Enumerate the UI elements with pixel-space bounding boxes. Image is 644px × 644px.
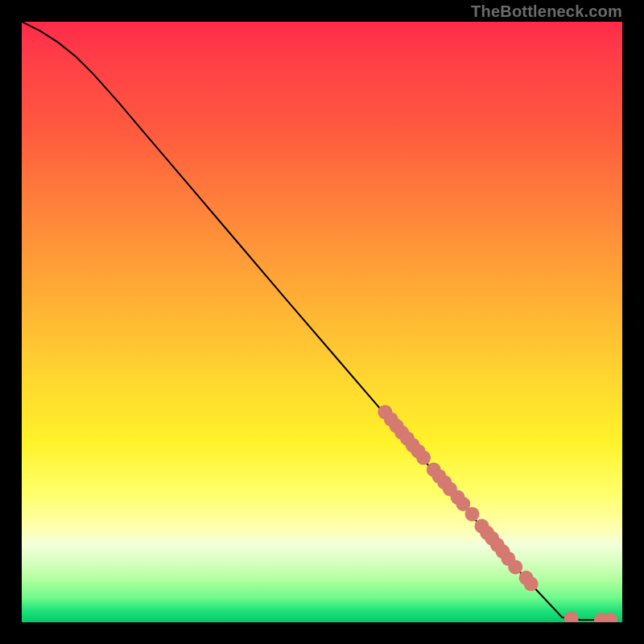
bottleneck-curve bbox=[22, 22, 605, 620]
chart-overlay bbox=[22, 22, 622, 622]
data-point bbox=[564, 612, 579, 623]
data-point bbox=[508, 559, 522, 574]
data-point bbox=[465, 507, 480, 522]
data-point bbox=[524, 576, 539, 591]
data-point bbox=[416, 451, 431, 465]
chart-stage: TheBottleneck.com bbox=[0, 0, 644, 644]
curve-line bbox=[22, 22, 605, 620]
attribution-text: TheBottleneck.com bbox=[471, 3, 622, 19]
data-points bbox=[378, 405, 617, 622]
